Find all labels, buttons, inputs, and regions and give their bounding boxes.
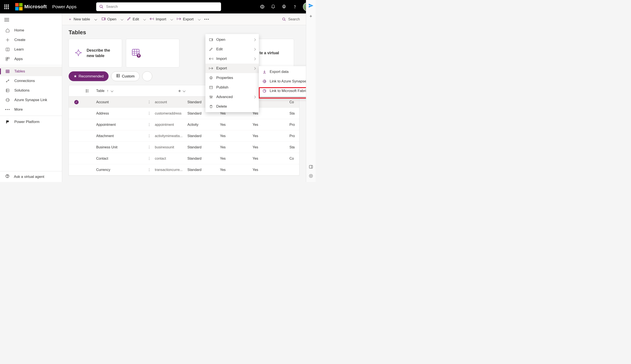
open-icon (102, 17, 106, 22)
menu-item-delete[interactable]: Delete (205, 102, 259, 111)
app-launcher-button[interactable] (2, 2, 11, 11)
cell-sysname: account (154, 100, 186, 104)
edit-split-button[interactable] (142, 17, 147, 21)
row-actions-button[interactable]: ⋮ (145, 122, 154, 127)
table-row[interactable]: Currency ⋮ transactioncurre... Standard … (69, 164, 299, 176)
menu-item-import[interactable]: Import (205, 54, 259, 64)
custom-icon (116, 74, 120, 79)
table-row[interactable]: Address ⋮ customeraddress Standard Yes Y… (69, 108, 299, 119)
menu-item-advanced[interactable]: Advanced (205, 92, 259, 102)
menu-item-edit[interactable]: Edit (205, 44, 259, 54)
table-row[interactable]: Business Unit ⋮ businessunit Standard Ye… (69, 142, 299, 153)
book-icon (5, 47, 10, 52)
tables-grid: Table ↑ e Managed Customizable Ta ✓ Acco… (69, 85, 299, 176)
pill-custom[interactable]: Custom (111, 71, 140, 81)
nav-create[interactable]: Create (0, 35, 62, 45)
nav-virtual-agent[interactable]: Ask a virtual agent (0, 171, 62, 182)
nav-synapse[interactable]: Azure Synapse Link (0, 95, 62, 105)
cell-tag: Sta (288, 112, 299, 116)
nav-toggle-button[interactable] (0, 16, 62, 24)
rail-panel-icon[interactable] (309, 165, 313, 170)
export-button[interactable]: Export (175, 16, 196, 23)
column-selector-button[interactable] (84, 89, 95, 93)
synapse-icon (5, 98, 10, 102)
col-table[interactable]: Table ↑ (95, 89, 145, 93)
notifications-icon[interactable] (270, 4, 276, 10)
row-actions-button[interactable]: ⋮ (145, 134, 154, 138)
row-checkbox[interactable]: ✓ (74, 100, 79, 104)
rail-settings-icon[interactable] (309, 174, 313, 179)
left-nav: Home Create Learn Apps Tables Connection… (0, 14, 62, 182)
edit-button[interactable]: Edit (125, 16, 141, 23)
nav-home[interactable]: Home (0, 26, 62, 35)
nav-label: Apps (14, 57, 23, 61)
copilot-sparkle-icon (74, 48, 83, 58)
svg-point-35 (282, 18, 285, 20)
table-row[interactable]: Contact ⋮ contact Standard Yes Yes Co (69, 153, 299, 164)
nav-solutions[interactable]: Solutions (0, 86, 62, 95)
pill-hidden[interactable] (142, 71, 152, 81)
card-upload[interactable] (126, 39, 179, 68)
nav-tables[interactable]: Tables (0, 66, 62, 76)
row-actions-button[interactable]: ⋮ (145, 145, 154, 149)
menu-item-publish[interactable]: Publish (205, 83, 259, 92)
overflow-button[interactable]: ••• (202, 16, 212, 23)
table-row[interactable]: ✓ Account ⋮ account Standard Yes Yes Co (69, 96, 299, 108)
svg-line-1 (102, 8, 103, 8)
environment-icon[interactable] (259, 4, 265, 10)
row-actions-button[interactable]: ⋮ (145, 111, 154, 116)
nav-learn[interactable]: Learn (0, 45, 62, 54)
nav-power-platform[interactable]: Power Platform (0, 117, 62, 127)
svg-rect-19 (8, 58, 9, 59)
card-describe-table[interactable]: Describe the new table (69, 39, 122, 68)
svg-point-29 (7, 177, 8, 177)
new-table-button[interactable]: ＋New table (66, 16, 99, 23)
menu-label: Export (216, 66, 227, 70)
open-button[interactable]: Open (99, 16, 119, 23)
microsoft-logo-icon (15, 3, 23, 10)
help-icon[interactable] (292, 4, 298, 10)
cell-customizable: Yes (251, 123, 288, 127)
toolbar-search[interactable]: Search (280, 17, 302, 22)
search-icon (282, 17, 286, 21)
nav-more[interactable]: •••More (0, 105, 62, 114)
col-name[interactable]: e (154, 89, 186, 93)
export-split-button[interactable] (197, 17, 201, 21)
download-icon (262, 70, 267, 74)
cell-sysname: contact (154, 156, 186, 160)
copilot-icon[interactable] (308, 3, 313, 9)
submenu-item[interactable]: Export data (259, 67, 306, 76)
pill-recommended[interactable]: ★Recommended (69, 71, 109, 81)
chevron-down-icon (198, 17, 200, 21)
svg-point-0 (100, 5, 102, 8)
settings-icon[interactable] (281, 4, 287, 10)
menu-item-export[interactable]: Export (205, 64, 259, 73)
nav-label: Connections (14, 79, 35, 83)
svg-point-10 (309, 174, 312, 178)
import-icon (209, 58, 213, 60)
synapse-icon (262, 80, 267, 83)
row-actions-button[interactable]: ⋮ (145, 100, 154, 104)
table-row[interactable]: Appointment ⋮ appointment Activity Yes Y… (69, 119, 299, 130)
cell-tag: Sta (288, 145, 299, 149)
row-actions-button[interactable]: ⋮ (145, 156, 154, 160)
row-actions-button[interactable]: ⋮ (145, 168, 154, 172)
global-search[interactable] (96, 2, 221, 11)
svg-rect-7 (309, 165, 312, 168)
menu-item-properties[interactable]: Properties (205, 73, 259, 83)
submenu-item[interactable]: Link to Microsoft Fabric (preview) (259, 86, 306, 96)
rail-add-button[interactable]: + (309, 14, 312, 19)
submenu-item[interactable]: Link to Azure Synapse (259, 76, 306, 86)
app-name[interactable]: Power Apps (52, 4, 77, 9)
table-row[interactable]: Attachment ⋮ activitymimeatta... Standar… (69, 130, 299, 142)
cell-tag: Pro (288, 123, 299, 127)
nav-connections[interactable]: Connections (0, 76, 62, 86)
nav-apps[interactable]: Apps (0, 54, 62, 64)
open-split-button[interactable] (119, 17, 124, 21)
chevron-down-icon (95, 17, 96, 22)
cell-name: Appointment (95, 123, 145, 127)
menu-item-open[interactable]: Open (205, 35, 259, 44)
import-button[interactable]: Import (147, 16, 168, 23)
global-search-input[interactable] (106, 4, 218, 9)
import-split-button[interactable] (169, 17, 174, 21)
